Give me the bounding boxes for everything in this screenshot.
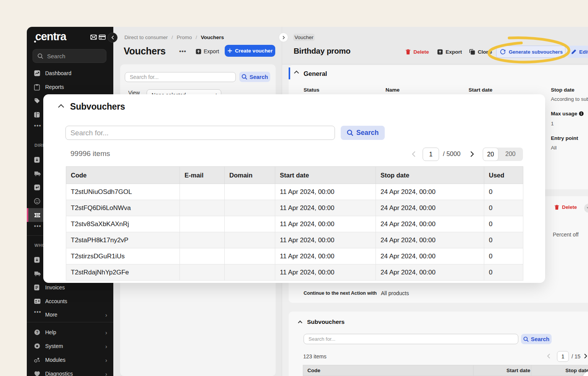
svg-text:?: ?: [36, 330, 38, 335]
